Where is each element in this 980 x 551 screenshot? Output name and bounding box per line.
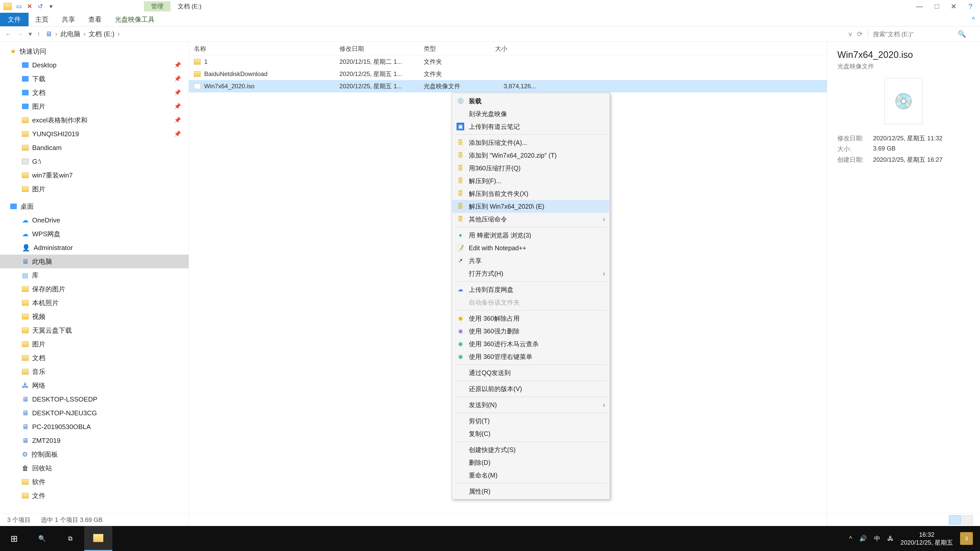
file-row[interactable]: BaiduNetdiskDownload 2020/12/25, 星期五 1..… xyxy=(189,68,827,80)
tree-wps[interactable]: ☁WPS网盘 xyxy=(0,227,189,241)
tree-yunqishi[interactable]: YUNQISHI2019📌 xyxy=(0,127,189,141)
tree-win7reinstall[interactable]: win7重装win7 xyxy=(0,168,189,182)
task-view-button[interactable]: ⧉ xyxy=(56,526,84,551)
ctx-copy[interactable]: 复制(C) xyxy=(452,427,609,440)
ctx-360-manage[interactable]: ◉使用 360管理右键菜单 xyxy=(452,350,609,363)
qat-properties-icon[interactable]: ▭ xyxy=(15,3,22,10)
ctx-360-trojan[interactable]: ◉使用 360进行木马云查杀 xyxy=(452,338,609,350)
tree-videos[interactable]: 视频 xyxy=(0,310,189,324)
tree-docs3[interactable]: 文档 xyxy=(0,351,189,365)
tree-pics3[interactable]: 图片 xyxy=(0,337,189,351)
address-dropdown-icon[interactable]: v xyxy=(849,30,852,38)
tree-control-panel[interactable]: ⚙控制面板 xyxy=(0,448,189,461)
ctx-youdao[interactable]: ▣上传到有道云笔记 xyxy=(452,120,609,133)
qat-delete-icon[interactable]: ✕ xyxy=(26,3,33,10)
file-row-selected[interactable]: Win7x64_2020.iso 2020/12/25, 星期五 1... 光盘… xyxy=(189,80,827,92)
close-button[interactable]: ✕ xyxy=(951,2,956,11)
tree-library[interactable]: ▤库 xyxy=(0,268,189,282)
qat-undo-icon[interactable]: ↺ xyxy=(37,3,44,10)
tree-g-drive[interactable]: G:\ xyxy=(0,155,189,168)
search-box[interactable]: 🔍 xyxy=(868,30,975,38)
tree-pc3[interactable]: 🖥PC-20190530OBLA xyxy=(0,420,189,433)
ctx-send-to[interactable]: 发送到(N)› xyxy=(452,399,609,411)
details-view-button[interactable] xyxy=(949,515,961,524)
ctx-360-force-delete[interactable]: ◉使用 360强力删除 xyxy=(452,325,609,338)
search-input[interactable] xyxy=(873,30,955,38)
nav-back-button[interactable]: ← xyxy=(5,30,12,38)
taskbar-clock[interactable]: 16:32 2020/12/25, 星期五 xyxy=(900,530,953,546)
tree-pictures[interactable]: 图片📌 xyxy=(0,100,189,113)
tree-camera-roll[interactable]: 本机照片 xyxy=(0,296,189,310)
ctx-extract-named[interactable]: 🗄解压到 Win7x64_2020\ (E) xyxy=(452,200,609,213)
qat-dropdown-icon[interactable]: ▾ xyxy=(48,3,55,10)
tray-chevron-up-icon[interactable]: ^ xyxy=(849,535,852,542)
ctx-360-unlock[interactable]: ◉使用 360解除占用 xyxy=(452,312,609,325)
tree-documents[interactable]: 文档📌 xyxy=(0,86,189,100)
ctx-other-compress[interactable]: 🗄其他压缩命令› xyxy=(452,213,609,225)
tree-pictures2[interactable]: 图片 xyxy=(0,182,189,196)
tree-desktop-root[interactable]: 桌面 xyxy=(0,200,189,213)
tree-admin[interactable]: 👤Administrator xyxy=(0,241,189,254)
network-icon[interactable]: 🖧 xyxy=(887,535,894,542)
ctx-extract-to[interactable]: 🗄解压到(F)... xyxy=(452,175,609,187)
ribbon-view-tab[interactable]: 查看 xyxy=(82,13,108,26)
tree-bandicam[interactable]: Bandicam xyxy=(0,141,189,155)
help-button[interactable]: ? xyxy=(968,2,972,11)
tree-pc2[interactable]: 🖥DESKTOP-NJEU3CG xyxy=(0,406,189,420)
ctx-mount[interactable]: 💿装载 xyxy=(452,95,609,107)
notification-button[interactable]: 3 xyxy=(960,532,973,545)
ime-indicator[interactable]: 中 xyxy=(874,534,880,543)
ctx-delete[interactable]: 删除(D) xyxy=(452,456,609,469)
breadcrumb-pc[interactable]: 此电脑 xyxy=(60,30,80,38)
refresh-icon[interactable]: ⟳ xyxy=(857,30,862,38)
tree-saved-pics[interactable]: 保存的图片 xyxy=(0,282,189,296)
ribbon-share-tab[interactable]: 共享 xyxy=(55,13,82,26)
tree-pc4[interactable]: 🖥ZMT2019 xyxy=(0,433,189,448)
tree-desktop[interactable]: Desktop📌 xyxy=(0,58,189,72)
tree-pc1[interactable]: 🖥DESKTOP-LSSOEDP xyxy=(0,392,189,406)
maximize-button[interactable]: □ xyxy=(935,2,939,11)
tree-files[interactable]: 文件 xyxy=(0,489,189,503)
breadcrumb[interactable]: 🖥 › 此电脑 › 文档 (E:) › xyxy=(45,30,843,38)
search-icon[interactable]: 🔍 xyxy=(958,30,966,38)
nav-recent-dropdown[interactable]: ▾ xyxy=(29,30,32,38)
start-button[interactable]: ⊞ xyxy=(0,526,28,551)
ribbon-expand-icon[interactable]: ^ xyxy=(967,13,980,26)
ribbon-disc-tools-tab[interactable]: 光盘映像工具 xyxy=(108,13,161,26)
col-type[interactable]: 类型 xyxy=(424,44,495,53)
tree-recycle[interactable]: 🗑回收站 xyxy=(0,461,189,475)
ctx-open-with[interactable]: 打开方式(H)› xyxy=(452,267,609,280)
ribbon-file-tab[interactable]: 文件 xyxy=(0,13,29,26)
col-size[interactable]: 大小 xyxy=(495,44,546,53)
tree-tianyi[interactable]: 天翼云盘下载 xyxy=(0,324,189,337)
volume-icon[interactable]: 🔊 xyxy=(859,535,867,542)
tree-network[interactable]: 🖧网络 xyxy=(0,379,189,392)
tree-music[interactable]: 音乐 xyxy=(0,365,189,379)
ctx-qq-send[interactable]: 通过QQ发送到 xyxy=(452,366,609,379)
file-row[interactable]: 1 2020/12/15, 星期二 1... 文件夹 xyxy=(189,56,827,68)
ctx-add-zip[interactable]: 🗄添加到 "Win7x64_2020.zip" (T) xyxy=(452,149,609,162)
tree-quick-access[interactable]: ★快速访问 xyxy=(0,44,189,58)
taskbar-explorer-button[interactable] xyxy=(84,526,112,551)
tree-excel[interactable]: excel表格制作求和📌 xyxy=(0,113,189,127)
ctx-cut[interactable]: 剪切(T) xyxy=(452,414,609,427)
breadcrumb-drive[interactable]: 文档 (E:) xyxy=(89,30,115,38)
taskbar-search-button[interactable]: 🔍 xyxy=(28,526,56,551)
ctx-baidu-upload[interactable]: ☁上传到百度网盘 xyxy=(452,283,609,296)
tree-downloads[interactable]: 下载📌 xyxy=(0,72,189,86)
col-date[interactable]: 修改日期 xyxy=(339,44,424,53)
ctx-open-360[interactable]: 🗄用360压缩打开(Q) xyxy=(452,162,609,175)
tree-this-pc[interactable]: 🖥此电脑 xyxy=(0,254,189,268)
nav-up-button[interactable]: ↑ xyxy=(37,30,40,38)
ctx-notepad[interactable]: 📝Edit with Notepad++ xyxy=(452,241,609,254)
ctx-burn[interactable]: 刻录光盘映像 xyxy=(452,107,609,120)
tree-software[interactable]: 软件 xyxy=(0,475,189,489)
ctx-add-archive[interactable]: 🗄添加到压缩文件(A)... xyxy=(452,136,609,149)
ribbon-home-tab[interactable]: 主页 xyxy=(29,13,55,26)
thumbnails-view-button[interactable] xyxy=(961,515,973,524)
tree-onedrive[interactable]: ☁OneDrive xyxy=(0,213,189,227)
minimize-button[interactable]: — xyxy=(916,2,923,11)
ctx-share[interactable]: ↗共享 xyxy=(452,254,609,267)
ctx-restore[interactable]: 还原以前的版本(V) xyxy=(452,383,609,395)
nav-forward-button[interactable]: → xyxy=(17,30,24,38)
